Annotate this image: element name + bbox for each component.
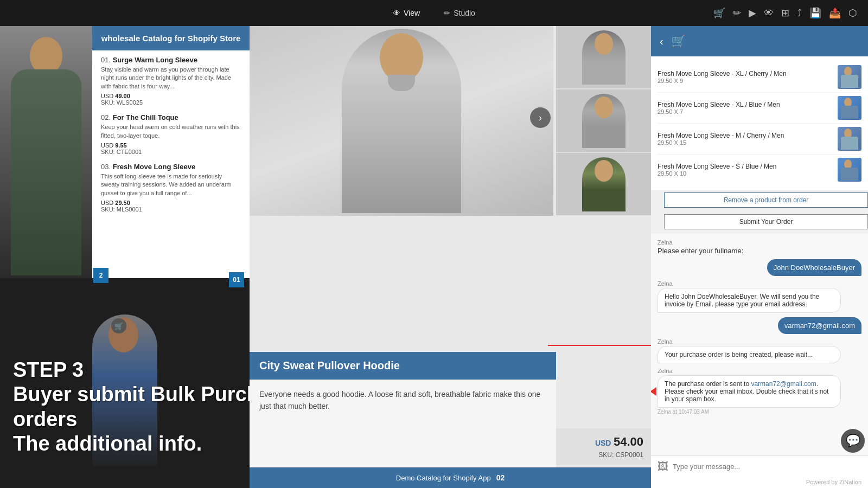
chat-footer: 🖼	[651, 455, 868, 477]
thumb-1[interactable]	[556, 26, 651, 88]
chat-avatar[interactable]: 💬	[841, 429, 865, 453]
bottom-bar-page: 02	[496, 473, 505, 482]
catalog-item-1-sku: SKU: WLS0025	[101, 99, 241, 106]
catalog-item-2-sku: SKU: CTE0001	[101, 149, 241, 155]
order-item-1-name: Fresh Move Long Sleeve - XL / Cherry / M…	[658, 70, 833, 78]
right-panel: ‹ 🛒 Fresh Move Long Sleeve - XL / Cherry…	[651, 26, 868, 488]
order-item-3-thumb	[838, 127, 861, 151]
save-toolbar-icon[interactable]: 💾	[809, 7, 821, 19]
chat-message-input[interactable]	[673, 463, 861, 471]
msg3-bubble: Hello John DoeWholesaleBuyer, We will se…	[658, 288, 841, 313]
order-item-2-name: Fresh Move Long Sleeve - XL / Blue / Men	[658, 101, 833, 108]
edit-toolbar-icon[interactable]: ✏	[733, 7, 741, 19]
catalog-item-1: 01. Surge Warm Long Sleeve Stay visible …	[101, 56, 241, 106]
product-name: City Sweat Pullover Hoodie	[259, 359, 546, 372]
bottom-bar: Demo Catalog for Shopify App 02	[250, 467, 651, 488]
person-left-image	[0, 26, 92, 278]
page-badge-01: 01	[229, 272, 244, 287]
cart-toolbar-icon[interactable]: 🛒	[713, 7, 725, 19]
catalog-item-1-title: 01. Surge Warm Long Sleeve	[101, 56, 241, 64]
msg6-bubble: The purchase order is sent to varman72@g…	[658, 375, 841, 408]
catalog-item-2-title: 02. For The Chill Toque	[101, 113, 241, 121]
email-link[interactable]: varman72@gmail.com	[751, 380, 816, 388]
catalog-item-3-price: USD 29.50	[101, 200, 241, 206]
studio-tab[interactable]: ✏ Studio	[437, 5, 482, 21]
thumbnail-strip	[556, 26, 651, 215]
price-area: USD 54.00 SKU: CSP0001	[556, 428, 651, 465]
msg5-sender: Zelna	[658, 338, 861, 345]
msg6-timestamp: Zelna at 10:47:03 AM	[658, 409, 861, 415]
msg6-sender: Zelna	[658, 368, 861, 374]
msg2-bubble: John DoeWholesaleBuyer	[767, 259, 861, 276]
chat-back-button[interactable]: ‹	[660, 35, 663, 48]
order-item-1-info: Fresh Move Long Sleeve - XL / Cherry / M…	[658, 70, 833, 84]
chat-msg-6: Zelna The purchase order is sent to varm…	[658, 368, 861, 415]
order-item-row-2: Fresh Move Long Sleeve - XL / Blue / Men…	[658, 93, 861, 124]
order-item-1-thumb	[838, 65, 861, 89]
chat-msg-3: Zelna Hello John DoeWholesaleBuyer, We w…	[658, 280, 861, 313]
chat-header: ‹ 🛒	[651, 26, 868, 56]
order-item-row-1: Fresh Move Long Sleeve - XL / Cherry / M…	[658, 62, 861, 93]
next-arrow-button[interactable]: ›	[530, 107, 551, 128]
eye2-toolbar-icon[interactable]: 👁	[764, 8, 774, 19]
order-item-4-qty: 29.50 X 10	[658, 170, 833, 177]
powered-by: Powered by ZiNation	[651, 477, 868, 488]
chat-image-button[interactable]: 🖼	[658, 460, 668, 473]
catalog-item-2-desc: Keep your head warm on cold weather runs…	[101, 123, 241, 140]
main-layout: wholesale Catalog for Shopify Store 01. …	[0, 26, 868, 488]
cart-icon-lower[interactable]: 🛒	[111, 318, 126, 333]
msg1-sender: Zelna	[658, 239, 861, 246]
catalog-item-2-price: USD 9.55	[101, 142, 241, 149]
grid-toolbar-icon[interactable]: ⊞	[781, 7, 789, 19]
order-item-2-info: Fresh Move Long Sleeve - XL / Blue / Men…	[658, 101, 833, 115]
catalog-item-2: 02. For The Chill Toque Keep your head w…	[101, 113, 241, 155]
order-item-3-qty: 29.50 X 15	[658, 139, 833, 146]
pencil-icon: ✏	[444, 9, 450, 17]
order-action-buttons: Remove a product from order Submit Your …	[651, 190, 868, 234]
order-item-1-qty: 29.50 X 9	[658, 78, 833, 84]
chat-msg-5: Zelna Your purchase order is being creat…	[658, 338, 861, 363]
price-display: USD 54.00	[564, 435, 643, 449]
play-toolbar-icon[interactable]: ▶	[749, 7, 756, 19]
chat-msg-2: John DoeWholesaleBuyer	[658, 259, 861, 276]
order-item-row-3: Fresh Move Long Sleeve - M / Cherry / Me…	[658, 124, 861, 155]
catalog-item-3: 03. Fresh Move Long Sleeve This soft lon…	[101, 163, 241, 213]
box-toolbar-icon[interactable]: ⬡	[848, 7, 857, 19]
catalog-title: wholesale Catalog for Shopify Store	[101, 34, 241, 43]
order-item-2-qty: 29.50 X 7	[658, 108, 833, 115]
red-arrow-line	[542, 337, 651, 354]
second-person-image	[92, 314, 157, 466]
chat-msg-sender-1: Zelna Please enter your fullname:	[658, 239, 861, 255]
msg5-bubble: Your purchase order is being created, pl…	[658, 346, 841, 363]
order-item-3-name: Fresh Move Long Sleeve - M / Cherry / Me…	[658, 132, 833, 139]
remove-product-button[interactable]: Remove a product from order	[664, 192, 868, 208]
studio-label: Studio	[454, 9, 475, 17]
catalog-item-1-desc: Stay visible and warm as you power throu…	[101, 66, 241, 91]
order-item-2-thumb	[838, 96, 861, 120]
product-desc-text: Everyone needs a good hoodie. A loose fi…	[259, 388, 546, 413]
view-label: View	[404, 9, 420, 17]
share-toolbar-icon[interactable]: ⤴	[797, 8, 802, 19]
thumb-3[interactable]	[556, 153, 651, 215]
msg4-bubble: varman72@gmail.com	[778, 317, 861, 334]
msg1-label: Please enter your fullname:	[658, 247, 861, 255]
catalog-item-3-title: 03. Fresh Move Long Sleeve	[101, 163, 241, 171]
export-toolbar-icon[interactable]: 📤	[829, 7, 841, 19]
catalog-item-3-desc: This soft long-sleeve tee is made for se…	[101, 172, 241, 197]
product-main-image	[250, 26, 553, 216]
chat-cart-icon: 🛒	[671, 34, 686, 48]
red-indicator	[651, 387, 656, 396]
view-tab[interactable]: 👁 View	[386, 5, 426, 21]
chat-msg-4: varman72@gmail.com	[658, 317, 861, 334]
catalog-item-1-price: USD 49.00	[101, 93, 241, 99]
product-info-bar: City Sweat Pullover Hoodie	[250, 352, 556, 380]
catalog-header: wholesale Catalog for Shopify Store	[92, 26, 250, 50]
eye-icon: 👁	[393, 9, 400, 17]
thumb-2[interactable]	[556, 89, 651, 152]
catalog-items: 01. Surge Warm Long Sleeve Stay visible …	[92, 50, 250, 275]
submit-order-button[interactable]: Submit Your Order	[664, 214, 868, 229]
order-items-list: Fresh Move Long Sleeve - XL / Cherry / M…	[651, 56, 868, 190]
page-badge-2: 2	[93, 268, 108, 283]
catalog-panel: wholesale Catalog for Shopify Store 01. …	[92, 26, 250, 278]
order-item-4-thumb	[838, 158, 861, 182]
